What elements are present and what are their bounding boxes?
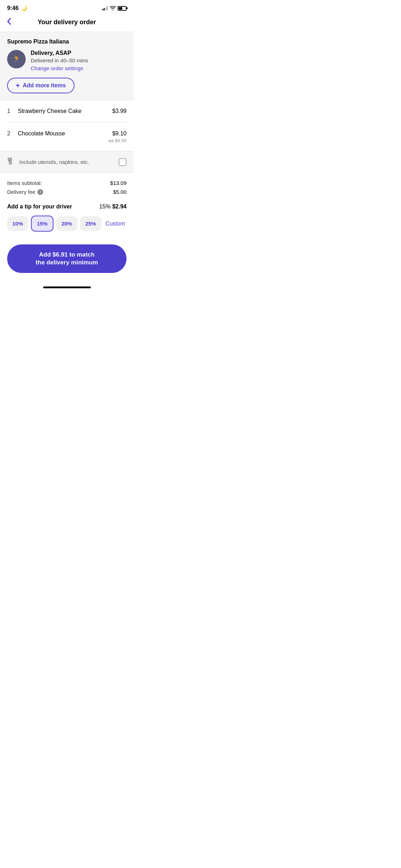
add-more-label: Add more items <box>23 82 66 89</box>
item-qty-1: 1 <box>7 108 13 114</box>
delivery-row: 🏃 Delivery, ASAP Delivered in 40–50 mins… <box>7 50 127 71</box>
tip-custom-button[interactable]: Custom <box>104 221 127 227</box>
tip-percent: 15% <box>99 203 112 210</box>
subtotal-row: Items subtotal: $13.09 <box>7 180 127 186</box>
tip-option-10[interactable]: 10% <box>7 216 28 231</box>
utensils-section: Include utensils, napkins, etc. <box>0 151 134 172</box>
item-qty-2: 2 <box>7 130 13 137</box>
tip-title: Add a tip for your driver <box>7 203 72 210</box>
back-button[interactable] <box>7 18 14 27</box>
tip-option-20[interactable]: 20% <box>56 216 77 231</box>
item-name-1: Strawberry Cheese Cake <box>18 108 82 114</box>
table-row: 2 Chocolate Mousse $9.10 ea $4.55 <box>7 123 127 151</box>
delivery-info: Delivery, ASAP Delivered in 40–50 mins C… <box>31 50 88 71</box>
avatar-person-icon: 🏃 <box>12 55 21 64</box>
signal-bars-icon <box>102 6 108 10</box>
page-title: Your delivery order <box>38 19 96 26</box>
status-time: 9:46 <box>7 5 19 11</box>
item-price-1: $3.99 <box>112 108 127 114</box>
battery-icon <box>118 6 127 11</box>
tip-amount: 15% $2.94 <box>99 203 127 210</box>
add-more-plus-icon: + <box>16 82 20 89</box>
delivery-fee-value: $5.00 <box>113 189 127 195</box>
tip-option-25[interactable]: 25% <box>80 216 101 231</box>
tip-options: 10% 15% 20% 25% Custom <box>7 216 127 232</box>
home-indicator <box>0 284 134 290</box>
change-order-settings-link[interactable]: Change order settings <box>31 65 88 71</box>
item-unit-price-2: ea $4.55 <box>108 138 127 143</box>
restaurant-avatar: 🏃 <box>7 50 26 68</box>
tip-value: $2.94 <box>112 203 127 210</box>
item-left-2: 2 Chocolate Mousse <box>7 130 65 137</box>
delivery-fee-row: Delivery fee i $5.00 <box>7 189 127 195</box>
status-icons <box>102 6 127 11</box>
utensils-label: Include utensils, napkins, etc. <box>19 159 114 165</box>
item-name-2: Chocolate Mousse <box>18 130 65 137</box>
cta-section: Add $6.91 to match the delivery minimum <box>0 239 134 284</box>
restaurant-name: Supremo Pizza Italiana <box>7 38 127 45</box>
item-price-2: $9.10 <box>108 130 127 137</box>
item-left-1: 1 Strawberry Cheese Cake <box>7 108 82 114</box>
home-bar <box>43 286 91 288</box>
utensils-checkbox[interactable] <box>119 158 127 166</box>
cta-button[interactable]: Add $6.91 to match the delivery minimum <box>7 244 127 273</box>
order-items-section: 1 Strawberry Cheese Cake $3.99 2 Chocola… <box>0 100 134 151</box>
order-summary-section: Items subtotal: $13.09 Delivery fee i $5… <box>0 173 134 195</box>
delivery-fee-info-icon[interactable]: i <box>37 189 43 195</box>
table-row: 1 Strawberry Cheese Cake $3.99 <box>7 100 127 123</box>
delivery-type: Delivery, ASAP <box>31 50 88 56</box>
cta-line2: the delivery minimum <box>14 259 120 267</box>
subtotal-value: $13.09 <box>110 180 127 186</box>
tip-option-15[interactable]: 15% <box>31 216 53 232</box>
tip-section: Add a tip for your driver 15% $2.94 10% … <box>0 198 134 239</box>
wifi-icon <box>110 6 116 11</box>
header: Your delivery order <box>0 14 134 32</box>
utensils-icon <box>7 157 15 167</box>
subtotal-label: Items subtotal: <box>7 180 42 186</box>
item-price-col-2: $9.10 ea $4.55 <box>108 130 127 143</box>
tip-header: Add a tip for your driver 15% $2.94 <box>7 203 127 210</box>
status-bar: 9:46 🌙 <box>0 0 134 14</box>
add-more-items-button[interactable]: + Add more items <box>7 78 74 93</box>
delivery-fee-label: Delivery fee i <box>7 189 43 195</box>
cta-line1: Add $6.91 to match <box>14 251 120 259</box>
restaurant-info-section: Supremo Pizza Italiana 🏃 Delivery, ASAP … <box>0 32 134 100</box>
delivery-time: Delivered in 40–50 mins <box>31 57 88 63</box>
item-price-col-1: $3.99 <box>112 108 127 114</box>
moon-icon: 🌙 <box>21 5 27 11</box>
